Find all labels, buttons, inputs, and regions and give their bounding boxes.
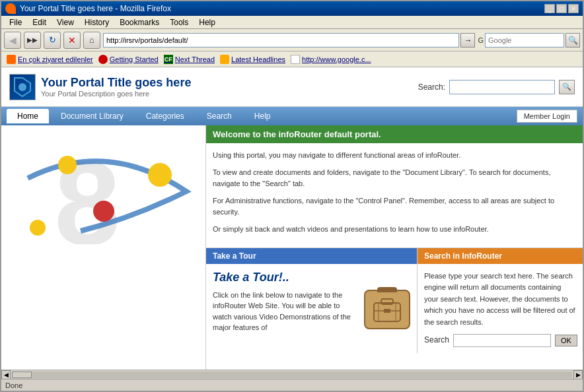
visited-icon xyxy=(7,55,16,64)
title-bar-left: Your Portal Title goes here - Mozilla Fi… xyxy=(5,3,171,14)
bookmark-google[interactable]: http://www.google.c... xyxy=(289,55,373,64)
svg-point-4 xyxy=(148,163,172,187)
search-container: G 🔍 xyxy=(478,33,580,48)
status-text: Done xyxy=(5,381,22,389)
lower-sections: Take a Tour Take a Tour!.. Click on the … xyxy=(206,248,583,354)
portal-search-button[interactable]: 🔍 xyxy=(559,80,575,94)
nav-bar: Home Document Library Categories Search … xyxy=(1,107,583,125)
svg-point-1 xyxy=(18,83,26,91)
address-input[interactable] xyxy=(103,33,459,48)
portal-title-text: Your Portal Title goes here Your Portal … xyxy=(41,76,191,98)
minimize-button[interactable]: _ xyxy=(544,4,555,13)
menu-bar: File Edit View History Bookmarks Tools H… xyxy=(1,16,583,29)
menu-edit[interactable]: Edit xyxy=(27,17,52,27)
tab-help[interactable]: Help xyxy=(244,109,281,123)
tour-body: Take a Tour!.. Click on the link below t… xyxy=(206,264,417,340)
welcome-para-2: To view and create documents and folders… xyxy=(213,167,576,190)
bookmark-visited[interactable]: En çok ziyaret edilenler xyxy=(5,55,94,64)
search-inforouter-input[interactable] xyxy=(453,334,551,347)
portal-logo-icon xyxy=(9,74,36,100)
forward-button[interactable]: ▶▶ xyxy=(24,32,41,49)
title-buttons: _ □ × xyxy=(544,4,579,13)
bookmarks-bar: En çok ziyaret edilenler Getting Started… xyxy=(1,51,583,67)
google-search-button[interactable]: 🔍 xyxy=(566,33,580,48)
stop-button[interactable]: ✕ xyxy=(63,32,81,49)
back-button[interactable]: ◀ xyxy=(4,32,21,49)
tab-home[interactable]: Home xyxy=(7,109,49,123)
reload-button[interactable]: ↻ xyxy=(44,32,61,49)
menu-view[interactable]: View xyxy=(52,17,79,27)
tour-text: Click on the link below to navigate to t… xyxy=(213,290,357,333)
bookmark-next-thread[interactable]: CF Next Thread xyxy=(163,55,216,64)
scroll-thumb[interactable] xyxy=(12,372,32,378)
suitcase-icon xyxy=(364,290,410,329)
right-panel: Welcome to the infoRouter default portal… xyxy=(206,125,583,370)
bookmark-getting-started-label: Getting Started xyxy=(110,55,159,63)
bookmark-getting-started[interactable]: Getting Started xyxy=(97,55,160,64)
welcome-section: Welcome to the infoRouter default portal… xyxy=(206,125,583,248)
bookmark-latest-headlines-label: Latest Headlines xyxy=(231,55,285,63)
portal-search: Search: 🔍 xyxy=(418,80,575,94)
window-title: Your Portal Title goes here - Mozilla Fi… xyxy=(20,4,171,13)
horizontal-scrollbar: ◀ ▶ xyxy=(1,370,583,379)
scroll-right-button[interactable]: ▶ xyxy=(573,370,583,379)
bookmark-latest-headlines[interactable]: Latest Headlines xyxy=(219,55,287,64)
menu-help[interactable]: Help xyxy=(194,17,221,27)
tour-header: Take a Tour xyxy=(206,248,417,264)
search-inforouter-label: Search xyxy=(424,334,449,346)
maximize-button[interactable]: □ xyxy=(556,4,567,13)
tab-document-library[interactable]: Document Library xyxy=(50,109,134,123)
title-bar: Your Portal Title goes here - Mozilla Fi… xyxy=(1,1,583,16)
google-label: G xyxy=(478,36,484,44)
svg-point-6 xyxy=(30,220,46,236)
close-button[interactable]: × xyxy=(568,4,579,13)
search-inforouter-header: Search in InfoRouter xyxy=(418,248,583,264)
status-bar: Done xyxy=(1,379,583,391)
tour-section: Take a Tour Take a Tour!.. Click on the … xyxy=(206,248,418,354)
portal-logo: Your Portal Title goes here Your Portal … xyxy=(9,74,191,100)
tab-categories[interactable]: Categories xyxy=(135,109,195,123)
svg-rect-10 xyxy=(384,309,390,313)
portal-description: Your Portal Description goes here xyxy=(41,90,191,98)
address-bar-container: → xyxy=(103,33,475,48)
toolbar: ◀ ▶▶ ↻ ✕ ⌂ → G 🔍 xyxy=(1,29,583,51)
welcome-para-4: Or simply sit back and watch videos and … xyxy=(213,224,576,236)
bookmark-google-label: http://www.google.c... xyxy=(302,55,371,63)
main-content: 8 Welcome to the infoRouter default por xyxy=(1,125,583,370)
getting-started-icon xyxy=(98,55,108,64)
nav-tabs: Home Document Library Categories Search … xyxy=(7,109,281,123)
left-panel: 8 xyxy=(1,125,206,370)
scroll-track[interactable] xyxy=(12,372,572,378)
next-thread-icon: CF xyxy=(164,55,173,64)
menu-file[interactable]: File xyxy=(4,17,27,27)
search-inforouter-button[interactable]: OK xyxy=(555,335,577,346)
firefox-icon xyxy=(5,3,16,14)
search-inforouter-body: Please type your search text here. The s… xyxy=(418,264,583,354)
member-login-button[interactable]: Member Login xyxy=(517,110,577,123)
bookmark-visited-label: En çok ziyaret edilenler xyxy=(18,55,93,63)
tour-content: Click on the link below to navigate to t… xyxy=(213,290,410,333)
portal-search-label: Search: xyxy=(418,82,445,92)
search-inforouter-section: Search in InfoRouter Please type your se… xyxy=(418,248,583,354)
content-area: Your Portal Title goes here Your Portal … xyxy=(1,67,583,379)
portal-header: Your Portal Title goes here Your Portal … xyxy=(1,67,583,107)
svg-point-3 xyxy=(58,156,77,174)
google-icon xyxy=(291,55,300,64)
welcome-para-3: For Administrative functions, navigate t… xyxy=(213,195,576,218)
home-button[interactable]: ⌂ xyxy=(83,32,100,49)
address-go-button[interactable]: → xyxy=(460,33,475,48)
scroll-left-button[interactable]: ◀ xyxy=(1,370,11,379)
search-inforouter-row: Search OK xyxy=(424,334,576,347)
menu-tools[interactable]: Tools xyxy=(164,17,194,27)
google-search-input[interactable] xyxy=(485,33,564,48)
browser-window: Your Portal Title goes here - Mozilla Fi… xyxy=(0,0,584,392)
latest-headlines-icon xyxy=(220,55,229,64)
portal-search-input[interactable] xyxy=(449,80,555,94)
tour-title[interactable]: Take a Tour!.. xyxy=(213,271,410,284)
portal-title: Your Portal Title goes here xyxy=(41,76,191,90)
bookmark-next-thread-label: Next Thread xyxy=(175,55,215,63)
welcome-para-1: Using this portal, you may navigate to d… xyxy=(213,150,576,162)
menu-bookmarks[interactable]: Bookmarks xyxy=(114,17,164,27)
menu-history[interactable]: History xyxy=(79,17,114,27)
tab-search[interactable]: Search xyxy=(196,109,242,123)
